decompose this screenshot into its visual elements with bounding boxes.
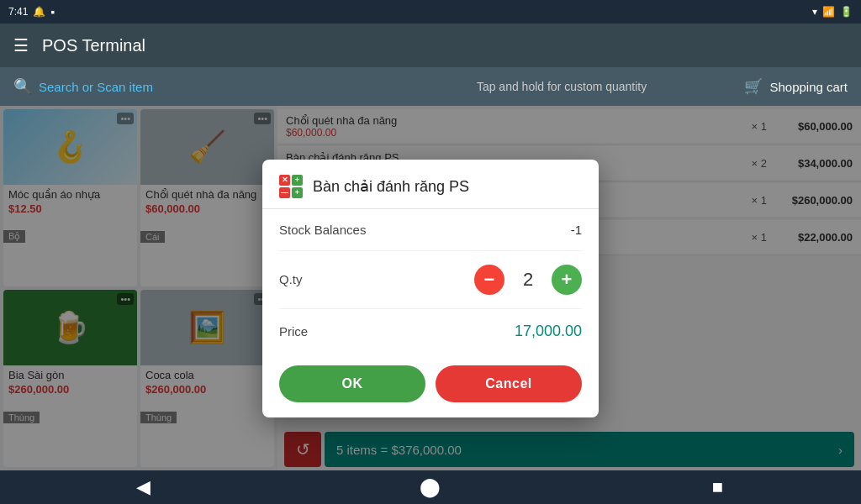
modal-overlay: ✕ + — + Bàn chải đánh răng PS Stock Bala… — [0, 106, 861, 470]
toolbar-hint: Tap and hold for custom quantity — [379, 80, 745, 93]
main-area: 🪝 ••• Bộ Móc quần áo nhựa $12.50 🧹 ••• C… — [0, 106, 861, 470]
modal-actions: OK Cancel — [262, 354, 599, 417]
signal-icon: 📶 — [822, 6, 835, 18]
home-button[interactable]: ⬤ — [414, 476, 447, 498]
qty-row: Q.ty − 2 + — [279, 251, 582, 309]
cart-icon: 🛒 — [744, 77, 763, 96]
price-row: Price 17,000.00 — [279, 309, 582, 354]
toolbar: 🔍 Search or Scan item Tap and hold for c… — [0, 67, 861, 106]
price-label: Price — [279, 324, 308, 339]
back-button[interactable]: ◀ — [127, 476, 161, 498]
stock-balance-label: Stock Balances — [279, 223, 366, 237]
search-label: Search or Scan item — [39, 80, 153, 94]
modal-header: ✕ + — + Bàn chải đánh răng PS — [262, 160, 599, 209]
status-right: ▾ 📶 🔋 — [812, 6, 853, 18]
cart-label: Shopping cart — [769, 80, 848, 94]
app-title: POS Terminal — [42, 36, 145, 55]
price-value: 17,000.00 — [515, 323, 582, 340]
modal-title: Bàn chải đánh răng PS — [313, 177, 469, 196]
alarm-icon: 🔔 — [33, 6, 45, 18]
qty-value: 2 — [518, 269, 538, 291]
hamburger-menu-icon[interactable]: ☰ — [13, 35, 29, 55]
qty-decrease-button[interactable]: − — [474, 265, 504, 295]
qty-increase-button[interactable]: + — [552, 265, 582, 295]
status-bar: 7:41 🔔 ▪ ▾ 📶 🔋 — [0, 0, 861, 24]
quantity-modal: ✕ + — + Bàn chải đánh răng PS Stock Bala… — [262, 160, 599, 417]
wifi-icon: ▾ — [812, 6, 817, 18]
modal-product-icon: ✕ + — + — [279, 175, 303, 198]
icon-cell-tl: ✕ — [279, 175, 290, 186]
time-display: 7:41 — [8, 6, 28, 18]
recents-button[interactable]: ■ — [700, 476, 734, 498]
qty-label: Q.ty — [279, 272, 303, 286]
icon-cell-tr: + — [292, 175, 303, 186]
header: ☰ POS Terminal — [0, 24, 861, 67]
stock-balance-value: -1 — [571, 223, 582, 237]
cancel-button[interactable]: Cancel — [436, 365, 582, 402]
qty-control: − 2 + — [474, 265, 582, 295]
cart-button[interactable]: 🛒 Shopping cart — [744, 77, 848, 96]
battery-icon: ▪ — [50, 5, 55, 18]
ok-button[interactable]: OK — [279, 365, 425, 402]
modal-body: Stock Balances -1 Q.ty − 2 + Price 17,00… — [262, 209, 599, 354]
bottom-nav: ◀ ⬤ ■ — [0, 470, 861, 504]
search-icon: 🔍 — [13, 77, 32, 96]
stock-balance-row: Stock Balances -1 — [279, 209, 582, 251]
status-left: 7:41 🔔 ▪ — [8, 5, 55, 18]
icon-cell-bl: — — [279, 187, 290, 198]
icon-cell-br: + — [292, 187, 303, 198]
search-area[interactable]: 🔍 Search or Scan item — [13, 77, 379, 96]
battery-level-icon: 🔋 — [840, 6, 853, 18]
